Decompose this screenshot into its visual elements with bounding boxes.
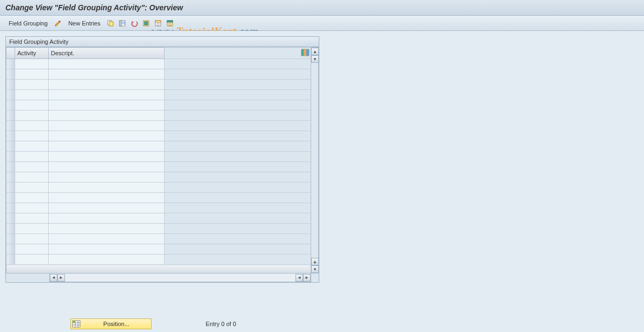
cell-description[interactable]	[49, 244, 165, 255]
table-row[interactable]	[6, 121, 319, 131]
cell-description[interactable]	[49, 90, 165, 100]
cell-activity[interactable]	[15, 203, 49, 213]
cell-description[interactable]	[49, 69, 165, 80]
table-row[interactable]	[6, 172, 319, 183]
cell-description[interactable]	[49, 224, 165, 234]
row-selector[interactable]	[6, 244, 15, 255]
table-row[interactable]	[6, 255, 319, 265]
scroll-left-icon[interactable]: ◄	[50, 274, 57, 282]
cell-activity[interactable]	[15, 183, 49, 193]
cell-description[interactable]	[49, 80, 165, 90]
row-selector[interactable]	[6, 255, 15, 265]
cell-description[interactable]	[49, 131, 165, 141]
row-selector[interactable]	[6, 213, 15, 224]
table-row[interactable]	[6, 213, 319, 224]
cell-activity[interactable]	[15, 172, 49, 183]
pencil-icon[interactable]	[53, 18, 63, 28]
cell-description[interactable]	[49, 141, 165, 152]
cell-activity[interactable]	[15, 234, 49, 244]
cell-description[interactable]	[49, 213, 165, 224]
cell-activity[interactable]	[15, 152, 49, 162]
scroll-down-top-icon[interactable]: ▼	[311, 55, 319, 63]
cell-activity[interactable]	[15, 59, 49, 69]
table-row[interactable]	[6, 90, 319, 100]
table-row[interactable]	[6, 193, 319, 203]
row-selector[interactable]	[6, 234, 15, 244]
cell-description[interactable]	[49, 255, 165, 265]
cell-description[interactable]	[49, 152, 165, 162]
vertical-scrollbar[interactable]: ▲ ▼ ▲ ▼	[311, 48, 318, 273]
scroll-right-icon[interactable]: ►	[303, 274, 311, 282]
position-button[interactable]: Position...	[70, 318, 152, 329]
table-row[interactable]	[6, 203, 319, 213]
row-selector[interactable]	[6, 69, 15, 80]
column-header-description[interactable]: Descript.	[49, 48, 165, 59]
row-selector[interactable]	[6, 110, 15, 121]
cell-description[interactable]	[49, 59, 165, 69]
row-selector[interactable]	[6, 80, 15, 90]
cell-activity[interactable]	[15, 244, 49, 255]
cell-description[interactable]	[49, 162, 165, 172]
table-row[interactable]	[6, 234, 319, 244]
delimit-icon[interactable]	[165, 18, 175, 28]
cell-activity[interactable]	[15, 80, 49, 90]
table-row[interactable]	[6, 131, 319, 141]
copy-icon[interactable]	[106, 18, 115, 28]
row-selector[interactable]	[6, 203, 15, 213]
scroll-up-icon[interactable]: ▲	[311, 48, 319, 55]
deselect-block-icon[interactable]	[153, 18, 163, 28]
row-selector[interactable]	[6, 59, 15, 69]
table-row[interactable]	[6, 110, 319, 121]
row-selector[interactable]	[6, 172, 15, 183]
scroll-left-right-icon[interactable]: ◄	[295, 274, 303, 282]
cell-activity[interactable]	[15, 162, 49, 172]
table-row[interactable]	[6, 152, 319, 162]
table-row[interactable]	[6, 141, 319, 152]
hscroll-track[interactable]	[65, 274, 295, 282]
cell-activity[interactable]	[15, 213, 49, 224]
horizontal-scrollbar[interactable]: ◄ ► ◄ ►	[49, 274, 311, 282]
table-row[interactable]	[6, 224, 319, 234]
column-header-activity[interactable]: Activity	[15, 48, 49, 59]
row-selector[interactable]	[6, 183, 15, 193]
scroll-down-icon[interactable]: ▼	[311, 265, 319, 273]
cell-description[interactable]	[49, 193, 165, 203]
scroll-up-bottom-icon[interactable]: ▲	[311, 258, 319, 265]
row-selector[interactable]	[6, 193, 15, 203]
cell-activity[interactable]	[15, 110, 49, 121]
select-block-icon[interactable]	[141, 18, 151, 28]
row-selector[interactable]	[6, 141, 15, 152]
table-row[interactable]	[6, 162, 319, 172]
table-config-icon[interactable]	[301, 49, 310, 56]
row-selector[interactable]	[6, 121, 15, 131]
row-selector[interactable]	[6, 90, 15, 100]
table-row[interactable]	[6, 69, 319, 80]
select-all-icon[interactable]	[117, 18, 127, 28]
cell-description[interactable]	[49, 100, 165, 110]
cell-activity[interactable]	[15, 121, 49, 131]
cell-activity[interactable]	[15, 193, 49, 203]
row-selector[interactable]	[6, 131, 15, 141]
table-row[interactable]	[6, 100, 319, 110]
field-grouping-button[interactable]: Field Grouping	[5, 19, 51, 28]
table-row[interactable]	[6, 80, 319, 90]
cell-activity[interactable]	[15, 90, 49, 100]
cell-activity[interactable]	[15, 100, 49, 110]
undo-icon[interactable]	[129, 18, 139, 28]
table-row[interactable]	[6, 183, 319, 193]
cell-activity[interactable]	[15, 131, 49, 141]
cell-description[interactable]	[49, 183, 165, 193]
table-row[interactable]	[6, 244, 319, 255]
cell-activity[interactable]	[15, 141, 49, 152]
cell-description[interactable]	[49, 203, 165, 213]
row-selector[interactable]	[6, 100, 15, 110]
cell-activity[interactable]	[15, 224, 49, 234]
row-selector[interactable]	[6, 224, 15, 234]
cell-description[interactable]	[49, 110, 165, 121]
cell-description[interactable]	[49, 121, 165, 131]
cell-activity[interactable]	[15, 255, 49, 265]
cell-activity[interactable]	[15, 69, 49, 80]
cell-description[interactable]	[49, 234, 165, 244]
row-selector[interactable]	[6, 152, 15, 162]
cell-description[interactable]	[49, 172, 165, 183]
